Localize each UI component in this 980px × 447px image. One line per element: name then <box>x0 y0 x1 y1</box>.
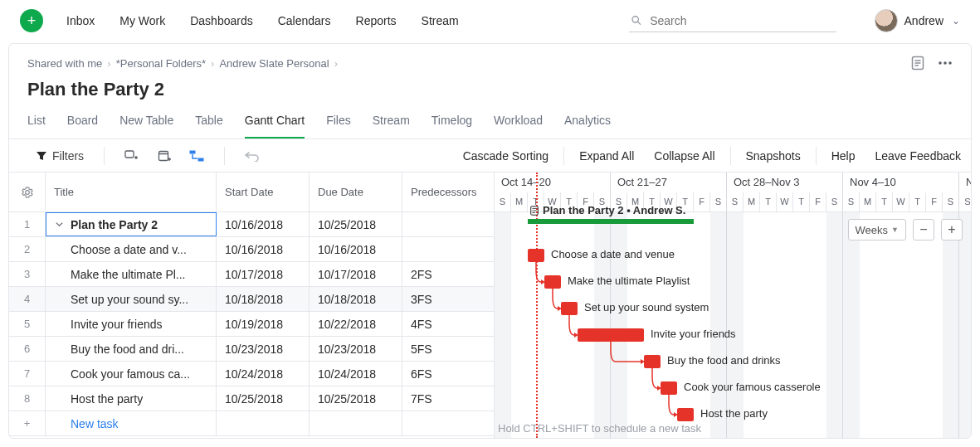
nav-calendars[interactable]: Calendars <box>278 14 331 27</box>
start-date-cell[interactable]: 10/24/2018 <box>217 362 310 386</box>
tab-analytics[interactable]: Analytics <box>564 105 611 138</box>
gantt-body[interactable]: Hold CTRL+SHIFT to schedule a new task P… <box>495 212 971 438</box>
tab-list[interactable]: List <box>27 105 46 138</box>
start-date-cell[interactable]: 10/17/2018 <box>217 262 310 286</box>
predecessors-cell[interactable] <box>402 212 494 236</box>
zoom-in-button[interactable]: + <box>941 219 963 241</box>
due-date-cell[interactable]: 10/16/2018 <box>310 237 402 261</box>
snapshots-button[interactable]: Snapshots <box>736 149 811 163</box>
task-title-cell[interactable]: Buy the food and dri... <box>46 337 217 361</box>
breadcrumb-item[interactable]: Andrew Slate Personal <box>219 57 329 70</box>
expand-all-button[interactable]: Expand All <box>569 149 644 163</box>
help-button[interactable]: Help <box>822 149 865 163</box>
nav-stream[interactable]: Stream <box>422 14 459 27</box>
chevron-down-icon[interactable] <box>56 221 63 228</box>
tab-files[interactable]: Files <box>326 105 351 138</box>
task-row[interactable]: 6Buy the food and dri...10/23/201810/23/… <box>9 337 494 362</box>
start-date-cell[interactable]: 10/25/2018 <box>217 386 310 411</box>
col-pred[interactable]: Predecessors <box>402 172 494 211</box>
task-row[interactable]: 4Set up your sound sy...10/18/201810/18/… <box>9 287 494 312</box>
tab-board[interactable]: Board <box>67 105 98 138</box>
task-title-cell[interactable]: Set up your sound sy... <box>46 287 217 311</box>
due-date-cell[interactable]: 10/24/2018 <box>310 362 402 386</box>
start-date-cell[interactable]: 10/16/2018 <box>217 212 310 236</box>
task-row[interactable]: 8Host the party10/25/201810/25/20187FS <box>9 386 494 411</box>
breadcrumb-item[interactable]: Shared with me <box>27 57 102 70</box>
predecessors-cell[interactable]: 3FS <box>402 287 494 311</box>
tab-workload[interactable]: Workload <box>494 105 543 138</box>
description-icon[interactable] <box>911 56 924 70</box>
task-row[interactable]: 3Make the ultimate Pl...10/17/201810/17/… <box>9 262 494 287</box>
due-date-cell[interactable]: 10/17/2018 <box>310 262 402 286</box>
calendar-add-icon[interactable] <box>149 144 179 168</box>
due-date-cell[interactable]: 10/18/2018 <box>310 287 402 311</box>
tab-new-table[interactable]: New Table <box>119 105 173 138</box>
global-create-button[interactable]: + <box>20 9 43 32</box>
new-task-cell[interactable]: New task <box>46 411 217 435</box>
task-title-cell[interactable]: Host the party <box>46 386 217 411</box>
start-date-cell[interactable]: 10/19/2018 <box>217 312 310 336</box>
due-date-cell[interactable]: 10/22/2018 <box>310 312 402 336</box>
task-title-cell[interactable]: Cook your famous ca... <box>46 362 217 386</box>
predecessors-cell[interactable]: 6FS <box>402 362 494 386</box>
task-title-cell[interactable]: Plan the Party 2 <box>46 212 217 236</box>
nav-inbox[interactable]: Inbox <box>66 14 95 27</box>
task-row[interactable]: 2Choose a date and v...10/16/201810/16/2… <box>9 237 494 262</box>
task-bar-label: Set up your sound system <box>584 301 709 313</box>
task-title-cell[interactable]: Make the ultimate Pl... <box>46 262 217 286</box>
nav-my-work[interactable]: My Work <box>119 14 165 27</box>
chevron-right-icon: › <box>334 57 338 70</box>
grid-settings-icon[interactable] <box>9 172 46 211</box>
zoom-out-button[interactable]: − <box>913 219 934 241</box>
due-date-cell[interactable]: 10/25/2018 <box>310 212 402 236</box>
predecessors-cell[interactable] <box>402 237 494 261</box>
col-start[interactable]: Start Date <box>217 172 310 211</box>
start-date-cell[interactable]: 10/23/2018 <box>217 337 310 361</box>
task-bar[interactable] <box>677 408 694 421</box>
breadcrumb-item[interactable]: *Personal Folders* <box>116 57 206 70</box>
predecessors-cell[interactable]: 5FS <box>402 337 494 361</box>
task-bar[interactable] <box>644 355 661 368</box>
task-row[interactable]: 1Plan the Party 210/16/201810/25/2018 <box>9 212 494 237</box>
task-bar[interactable] <box>561 302 578 315</box>
task-title-cell[interactable]: Choose a date and v... <box>46 237 217 261</box>
due-date-cell[interactable]: 10/25/2018 <box>310 386 402 411</box>
nav-reports[interactable]: Reports <box>356 14 397 27</box>
task-row[interactable]: 7Cook your famous ca...10/24/201810/24/2… <box>9 362 494 386</box>
summary-bar[interactable] <box>528 219 694 224</box>
new-task-row[interactable]: +New task <box>9 411 494 436</box>
feedback-button[interactable]: Leave Feedback <box>865 149 971 163</box>
task-row[interactable]: 5Invite your friends10/19/201810/22/2018… <box>9 312 494 337</box>
task-title-cell[interactable]: Invite your friends <box>46 312 217 336</box>
zoom-unit-dropdown[interactable]: Weeks▼ <box>848 219 906 241</box>
tab-gantt-chart[interactable]: Gantt Chart <box>245 105 305 138</box>
task-bar[interactable] <box>661 381 677 395</box>
task-bar[interactable] <box>578 328 644 342</box>
svg-rect-9 <box>125 151 134 158</box>
tab-table[interactable]: Table <box>195 105 222 138</box>
expand-tree-icon[interactable] <box>116 144 148 168</box>
tab-timelog[interactable]: Timelog <box>431 105 472 138</box>
search-input[interactable] <box>648 13 834 28</box>
global-search[interactable] <box>629 10 836 32</box>
start-date-cell[interactable]: 10/18/2018 <box>217 287 310 311</box>
filters-button[interactable]: Filters <box>27 144 92 168</box>
more-icon[interactable] <box>938 61 953 66</box>
collapse-all-button[interactable]: Collapse All <box>644 149 724 163</box>
dependency-icon[interactable] <box>181 144 212 168</box>
due-date-cell[interactable]: 10/23/2018 <box>310 337 402 361</box>
task-bar[interactable] <box>544 275 561 289</box>
predecessors-cell[interactable]: 7FS <box>402 386 494 411</box>
tab-stream[interactable]: Stream <box>373 105 410 138</box>
start-date-cell[interactable]: 10/16/2018 <box>217 237 310 261</box>
col-due[interactable]: Due Date <box>310 172 402 211</box>
predecessors-cell[interactable]: 2FS <box>402 262 494 286</box>
user-menu[interactable]: Andrew ⌄ <box>875 9 960 32</box>
predecessors-cell[interactable]: 4FS <box>402 312 494 336</box>
col-title[interactable]: Title <box>46 172 217 211</box>
undo-button[interactable] <box>236 144 268 168</box>
plus-icon[interactable]: + <box>9 411 46 435</box>
task-bar[interactable] <box>528 249 544 262</box>
nav-dashboards[interactable]: Dashboards <box>190 14 253 27</box>
cascade-sorting-button[interactable]: Cascade Sorting <box>453 149 559 163</box>
